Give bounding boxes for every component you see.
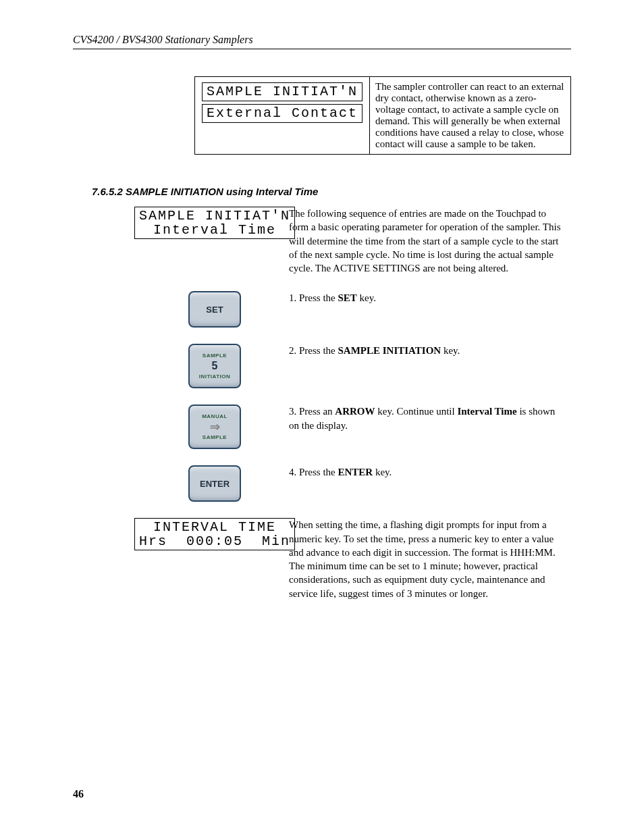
key-label: SET (206, 305, 223, 315)
key-top-label: SAMPLE (203, 353, 227, 359)
text: key. (357, 292, 376, 303)
text: key. Continue until (375, 406, 458, 417)
sample-initiation-key[interactable]: SAMPLE 5 INITIATION (188, 344, 241, 388)
lcd-external-contact: SAMPLE INITIAT'N External Contact (200, 81, 364, 124)
bold-text: ENTER (338, 467, 373, 477)
arrow-right-icon: ⇒ (210, 421, 220, 433)
lcd-line: SAMPLE INITIAT'N (139, 208, 290, 224)
external-contact-table: SAMPLE INITIAT'N External Contact The sa… (194, 76, 571, 155)
text: 1. Press the (289, 292, 338, 303)
key-number: 5 (212, 360, 218, 372)
set-key[interactable]: SET (188, 291, 241, 328)
step-2-text: 2. Press the SAMPLE INITIATION key. (289, 344, 571, 388)
step-3-text: 3. Press an ARROW key. Continue until In… (289, 405, 571, 449)
page-header: CVS4200 / BVS4300 Stationary Samplers (73, 34, 571, 49)
enter-key[interactable]: ENTER (188, 465, 241, 502)
arrow-key[interactable]: MANUAL ⇒ SAMPLE (188, 405, 241, 449)
text: key. (441, 345, 460, 356)
text: 2. Press the (289, 345, 338, 356)
interval-desc: When setting the time, a flashing digit … (289, 518, 571, 600)
lcd-line: Hrs 000:05 Min (139, 533, 290, 549)
text: key. (373, 467, 392, 477)
lcd-line: INTERVAL TIME (153, 519, 276, 535)
bold-text: SAMPLE INITIATION (338, 345, 441, 356)
lcd-line: External Contact (202, 104, 363, 123)
page-number: 46 (73, 788, 84, 800)
lcd-interval-mode: SAMPLE INITIAT'N Interval Time (134, 207, 295, 239)
intro-desc: The following sequence of entries are ma… (289, 207, 571, 275)
key-bottom-label: SAMPLE (203, 434, 227, 440)
external-contact-desc: The sampler controller can react to an e… (370, 77, 571, 155)
key-label: ENTER (200, 479, 230, 489)
text: 4. Press the (289, 467, 338, 477)
key-top-label: MANUAL (202, 413, 227, 419)
lcd-line: SAMPLE INITIAT'N (202, 82, 363, 101)
bold-text: SET (338, 292, 357, 303)
section-heading: 7.6.5.2 SAMPLE INITIATION using Interval… (92, 186, 571, 197)
text: 3. Press an (289, 406, 335, 417)
bold-text: Interval Time (457, 406, 516, 417)
lcd-interval-time: INTERVAL TIME Hrs 000:05 Min (134, 518, 295, 550)
step-4-text: 4. Press the ENTER key. (289, 465, 571, 502)
step-1-text: 1. Press the SET key. (289, 291, 571, 328)
key-bottom-label: INITIATION (199, 373, 231, 380)
bold-text: ARROW (335, 406, 375, 417)
lcd-line: Interval Time (153, 222, 276, 238)
